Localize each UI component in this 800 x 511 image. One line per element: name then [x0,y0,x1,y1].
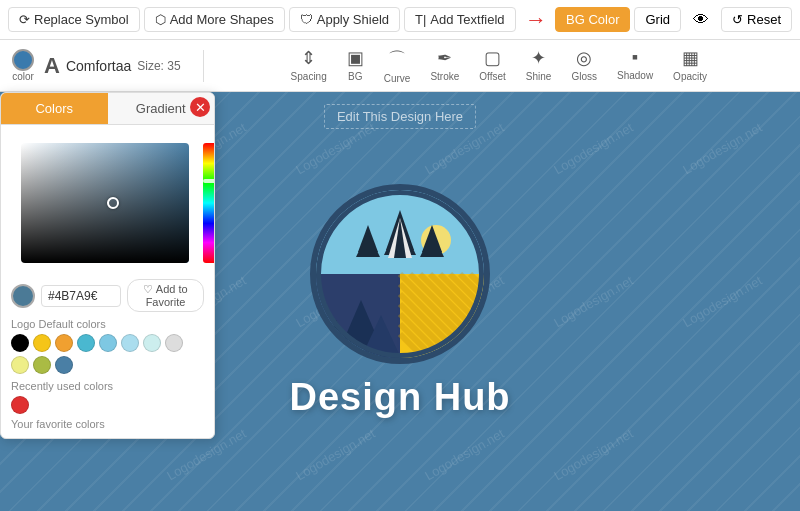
add-more-shapes-button[interactable]: ⬡ Add More Shapes [144,7,285,32]
main-area: Logodesign.net Logodesign.net Logodesign… [0,92,800,511]
logo-container: Design Hub [289,184,510,419]
edit-tip[interactable]: Edit This Design Here [324,104,476,129]
arrow-indicator: → [525,7,547,33]
offset-icon: ▢ [484,47,501,69]
color-swatch-area[interactable]: color [12,49,34,82]
hex-color-swatch[interactable] [11,284,35,308]
color-hex-row: ♡ Add to Favorite [11,279,204,312]
colors-tab[interactable]: Colors [1,93,108,124]
add-shapes-label: Add More Shapes [170,12,274,27]
default-color-dot[interactable] [11,334,29,352]
add-textfield-label: Add Textfield [430,12,504,27]
shadow-icon: ▪ [632,47,638,68]
textfield-icon: T| [415,12,426,27]
apply-shield-label: Apply Shield [317,12,389,27]
default-color-dot[interactable] [33,334,51,352]
reset-label: Reset [747,12,781,27]
grid-label: Grid [645,12,670,27]
reset-button[interactable]: ↺ Reset [721,7,792,32]
hue-slider[interactable] [203,143,215,263]
recently-label: Recently used colors [11,380,204,392]
second-toolbar: color A Comfortaa Size: 35 ⇕ Spacing ▣ B… [0,40,800,92]
favorite-section: Your favorite colors [11,418,204,430]
eye-icon: 👁 [693,11,709,28]
logo-badge [310,184,490,364]
color-label: color [12,71,34,82]
curve-tool[interactable]: ⌒ Curve [376,43,419,88]
recently-section: Recently used colors [11,380,204,414]
default-color-dot[interactable] [77,334,95,352]
gloss-tool[interactable]: ◎ Gloss [563,43,605,88]
spacing-tool[interactable]: ⇕ Spacing [283,43,335,88]
shield-icon: 🛡 [300,12,313,27]
default-color-dot[interactable] [121,334,139,352]
font-name: Comfortaa [66,58,131,74]
picker-dot[interactable] [107,197,119,209]
reset-icon: ↺ [732,12,743,27]
add-textfield-button[interactable]: T| Add Textfield [404,7,516,32]
default-color-dot[interactable] [99,334,117,352]
default-color-dot[interactable] [33,356,51,374]
default-color-dot[interactable] [143,334,161,352]
default-colors-label: Logo Default colors [11,318,204,330]
recent-colors-row [11,396,204,414]
font-size-label: Size: 35 [137,59,180,73]
default-colors-section: Logo Default colors [11,318,204,374]
color-circle[interactable] [12,49,34,71]
bg-color-label: BG Color [566,12,619,27]
bg-color-button[interactable]: BG Color [555,7,630,32]
default-color-dot[interactable] [55,334,73,352]
hue-indicator [203,179,215,183]
font-icon: A [44,53,60,79]
replace-symbol-icon: ⟳ [19,12,30,27]
default-color-dot[interactable] [11,356,29,374]
stroke-tool[interactable]: ✒ Stroke [422,43,467,88]
gloss-icon: ◎ [576,47,592,69]
top-toolbar: ⟳ Replace Symbol ⬡ Add More Shapes 🛡 App… [0,0,800,40]
grid-button[interactable]: Grid [634,7,681,32]
default-colors-row [11,334,204,374]
replace-symbol-button[interactable]: ⟳ Replace Symbol [8,7,140,32]
logo-title[interactable]: Design Hub [289,376,510,419]
stroke-icon: ✒ [437,47,452,69]
add-shapes-icon: ⬡ [155,12,166,27]
default-color-dot[interactable] [165,334,183,352]
add-to-favorite-button[interactable]: ♡ Add to Favorite [127,279,204,312]
eye-button[interactable]: 👁 [685,7,717,33]
shine-icon: ✦ [531,47,546,69]
curve-icon: ⌒ [388,47,406,71]
apply-shield-button[interactable]: 🛡 Apply Shield [289,7,400,32]
offset-tool[interactable]: ▢ Offset [471,43,514,88]
bg-icon: ▣ [347,47,364,69]
font-area: A Comfortaa Size: 35 [44,53,181,79]
spacing-icon: ⇕ [301,47,316,69]
opacity-tool[interactable]: ▦ Opacity [665,43,715,88]
logo-svg [316,190,484,358]
recent-color-dot[interactable] [11,396,29,414]
divider [203,50,204,82]
panel-tabs: Colors Gradient [1,93,214,125]
opacity-icon: ▦ [682,47,699,69]
panel-close-button[interactable]: ✕ [190,97,210,117]
bg-tool[interactable]: ▣ BG [339,43,372,88]
color-gradient-area[interactable] [21,143,189,263]
favorite-label: Your favorite colors [11,418,204,430]
tool-group: ⇕ Spacing ▣ BG ⌒ Curve ✒ Stroke ▢ Offset… [210,43,788,88]
hex-input[interactable] [41,285,121,307]
shadow-tool[interactable]: ▪ Shadow [609,43,661,88]
default-color-dot[interactable] [55,356,73,374]
replace-symbol-label: Replace Symbol [34,12,129,27]
color-panel: ✕ Colors Gradient ♡ Add to Favorite Logo… [0,92,215,439]
shine-tool[interactable]: ✦ Shine [518,43,560,88]
